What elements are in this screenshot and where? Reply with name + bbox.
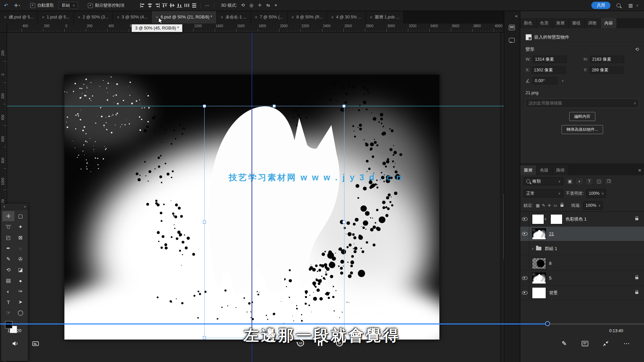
hand-tool[interactable]: ☞ <box>2 308 14 318</box>
transform-handle[interactable] <box>273 105 276 108</box>
filter-smart-objects-icon[interactable]: ❒ <box>605 178 613 185</box>
layer-name[interactable]: 21 <box>549 231 554 236</box>
layer-name[interactable]: 背景 <box>549 290 558 296</box>
layer-thumbnail[interactable] <box>532 258 546 269</box>
document-tab[interactable]: ×1.psd @ 5... <box>38 11 74 23</box>
visibility-toggle[interactable] <box>520 256 529 270</box>
close-panel-icon[interactable]: × <box>3 204 5 208</box>
magic-wand-tool[interactable]: ✦ <box>14 222 26 232</box>
collapse-panel-icon[interactable]: « <box>24 204 26 208</box>
align-top-edges-icon[interactable] <box>162 3 167 8</box>
auto-select-checkbox[interactable]: ✓ 自動選取 <box>30 3 54 8</box>
panel-tab-4[interactable]: 調整 <box>585 18 601 28</box>
align-vertical-centers-icon[interactable] <box>169 3 175 8</box>
annotate-pen-icon[interactable]: ✎ <box>559 338 570 349</box>
close-tab-icon[interactable]: × <box>331 15 334 20</box>
layer-thumbnail[interactable] <box>532 273 546 284</box>
document-tab[interactable]: ×2 @ 50% (3... <box>74 11 113 23</box>
slide-3d-icon[interactable]: ⇆ <box>266 3 270 8</box>
panel-tab-5[interactable]: 內容 <box>601 18 617 28</box>
layer-row[interactable]: ∞色彩填色 1 <box>520 212 644 227</box>
comments-panel-icon[interactable] <box>507 36 517 45</box>
panel-tab-1[interactable]: 色票 <box>536 18 552 28</box>
auto-select-mode-select[interactable]: 群組 ∨ <box>59 2 78 9</box>
frame-tool[interactable]: ⊠ <box>14 233 26 243</box>
close-tab-icon[interactable]: × <box>255 15 258 20</box>
pause-button[interactable] <box>315 337 325 349</box>
zoom-tool[interactable]: ◯ <box>14 308 26 318</box>
lock-transparent-pixels-icon[interactable]: ▦ <box>536 203 539 208</box>
subtitles-icon[interactable] <box>30 338 41 349</box>
ruler-origin-corner[interactable] <box>0 23 7 33</box>
properties-panel-icon[interactable] <box>507 23 517 32</box>
rotation-dropdown-icon[interactable]: ∨ <box>560 77 566 84</box>
layer-name[interactable]: 色彩填色 1 <box>566 216 587 222</box>
canvas-scrollbar[interactable] <box>500 32 502 362</box>
reset-transform-icon[interactable]: ⟲ <box>635 47 639 52</box>
pan-3d-icon[interactable]: ✛ <box>258 3 262 8</box>
document-tab[interactable]: ×8 @ 50% (R... <box>287 11 327 23</box>
pen-tool[interactable]: ✑ <box>14 286 26 296</box>
width-field[interactable]: 1314 像素 <box>533 56 567 63</box>
layers-tab-2[interactable]: 路徑 <box>552 165 569 175</box>
layer-row[interactable]: ›群組 1 <box>520 241 644 256</box>
visibility-toggle[interactable] <box>520 227 529 241</box>
gradient-tool[interactable]: ▤ <box>2 276 14 286</box>
volume-icon[interactable] <box>10 338 21 349</box>
align-horizontal-centers-icon[interactable] <box>147 3 153 8</box>
visibility-toggle[interactable] <box>520 271 529 285</box>
x-field[interactable]: 1302 像素 <box>532 66 566 74</box>
path-selection-tool[interactable]: ➤ <box>14 297 26 307</box>
layer-row[interactable]: 8 <box>520 256 644 271</box>
dodge-tool[interactable]: ◐ <box>2 286 14 296</box>
layers-tab-1[interactable]: 色版 <box>536 165 552 175</box>
close-tab-icon[interactable]: × <box>42 15 45 20</box>
notes-panel-icon[interactable] <box>580 338 590 349</box>
document-tab[interactable]: ×未命名-1 ... <box>217 11 251 23</box>
workspace-switcher-icon[interactable]: ▥ <box>627 2 634 9</box>
visibility-toggle[interactable] <box>520 212 529 226</box>
mask-link-icon[interactable]: ∞ <box>544 218 548 221</box>
close-tab-icon[interactable]: × <box>291 15 294 20</box>
document-tab[interactable]: ×總.psd @ 5... <box>0 11 38 23</box>
rectangular-marquee-tool[interactable]: ▢ <box>14 211 26 221</box>
exit-fullscreen-icon[interactable] <box>600 338 611 349</box>
lock-position-icon[interactable]: ✛ <box>548 203 551 208</box>
layer-row[interactable]: 背景 <box>520 286 644 300</box>
blend-mode-select[interactable]: 正常 ∨ <box>524 189 563 197</box>
forward-30-button[interactable]: 30 <box>334 337 345 349</box>
fill-field[interactable]: 100% ∨ <box>583 201 603 210</box>
chevron-down-icon[interactable]: ∨ <box>634 2 641 9</box>
transform-handle[interactable] <box>203 221 206 224</box>
distribute-horizontal-icon[interactable] <box>184 3 190 8</box>
close-tab-icon[interactable]: × <box>117 15 119 20</box>
eraser-tool[interactable]: ◪ <box>14 265 26 275</box>
layer-row[interactable]: 21 <box>520 227 644 241</box>
close-tab-icon[interactable]: × <box>370 15 373 20</box>
close-tab-icon[interactable]: × <box>4 15 7 20</box>
layer-filter-select[interactable]: 種類 ∨ <box>524 177 563 185</box>
crop-tool[interactable]: ◰ <box>2 233 14 243</box>
mask-thumbnail[interactable] <box>551 215 562 224</box>
healing-brush-tool[interactable]: ◌ <box>14 243 26 253</box>
type-tool[interactable]: T <box>2 297 14 307</box>
canvas-area[interactable]: 技艺学习素材网 w w w . j y 3 d . c n <box>7 32 504 362</box>
move-tool[interactable]: ✛ <box>2 211 14 221</box>
close-tab-icon[interactable]: × <box>156 15 158 20</box>
lock-artboard-icon[interactable]: ▭ <box>553 203 557 208</box>
lasso-tool[interactable]: ➰ <box>2 222 14 232</box>
show-transform-controls-checkbox[interactable]: ✓ 顯示變形控制項 <box>88 3 124 8</box>
layer-thumbnail[interactable] <box>532 229 546 239</box>
opacity-field[interactable]: 100% ∨ <box>586 189 606 198</box>
layer-name[interactable]: 群組 1 <box>545 246 557 252</box>
orbit-3d-icon[interactable]: ⟲ <box>241 3 245 8</box>
document-tab[interactable]: ×3 @ 50% (4... <box>113 11 152 23</box>
rotation-field[interactable]: 0.00° <box>533 77 557 84</box>
height-field[interactable]: 2163 像素 <box>590 56 624 63</box>
fill-layer-thumbnail[interactable] <box>532 215 544 224</box>
convert-to-linked-button[interactable]: 轉換為連結物件... <box>561 125 603 134</box>
filter-pixel-layers-icon[interactable]: ▣ <box>566 178 574 185</box>
scale-3d-icon[interactable]: ⌖ <box>275 3 277 8</box>
layer-row[interactable]: 5 <box>520 271 644 286</box>
panel-tab-2[interactable]: 漸層 <box>552 18 569 28</box>
